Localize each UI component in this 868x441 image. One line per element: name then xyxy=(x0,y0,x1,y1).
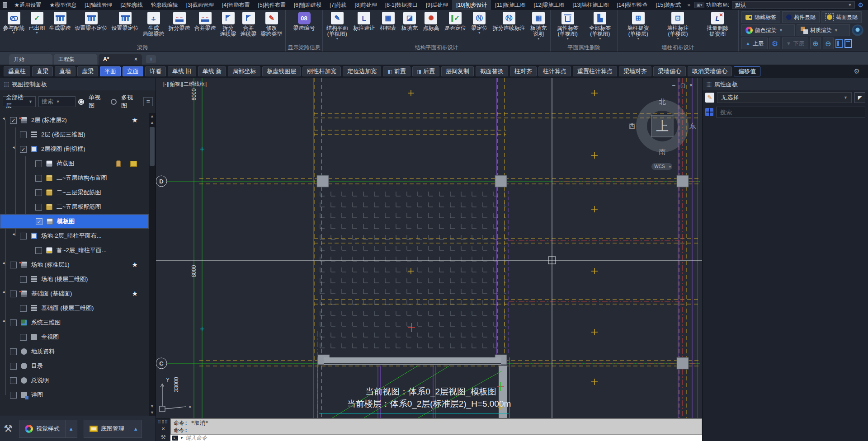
restore-icon[interactable]: ▢ xyxy=(680,82,685,89)
tab-model-a[interactable]: A*× xyxy=(99,54,142,65)
menu-item-prefab[interactable]: [15]装配式 xyxy=(651,0,685,10)
page-pencil-icon[interactable]: ✎ xyxy=(705,93,714,103)
beam-span-number-button[interactable]: 08梁跨编号 xyxy=(292,11,316,44)
expander-icon[interactable]: ▸ xyxy=(2,318,10,327)
compass-west[interactable]: 西 xyxy=(629,122,636,130)
cad-canvas[interactable]: D C 8000 8000 33000 [-][俯视][二维线框] – ▢ × xyxy=(156,78,702,418)
tree-item-structure-layout[interactable]: ▸二~五层结构布置图 xyxy=(0,171,149,185)
selection-filter-select[interactable]: 无选择▼ xyxy=(717,92,852,103)
scroll-down-icon[interactable]: ▼ xyxy=(150,403,154,409)
visual-style-button[interactable]: 视觉样式 ▲ xyxy=(19,420,77,438)
tree-item-floor2-view[interactable]: ▸2层视图 (剖切框) xyxy=(0,142,149,156)
grip-icon[interactable]: ⣿⣿ xyxy=(4,82,9,87)
category-grid-icon[interactable] xyxy=(705,108,713,116)
column-cap-table-button[interactable]: ▦柱帽表 xyxy=(379,11,398,44)
tree-item-geology[interactable]: ▸地质资料 xyxy=(0,344,149,359)
door-icon[interactable] xyxy=(116,160,121,167)
floor-filter-select[interactable]: 全部楼层▼ xyxy=(3,96,36,107)
tree-menu-icon[interactable]: ≡ xyxy=(143,97,153,106)
command-input[interactable] xyxy=(185,435,700,441)
checkbox[interactable] xyxy=(10,262,17,268)
render-mode-icon[interactable] xyxy=(852,24,863,36)
menu-item-outline[interactable]: [2]轮廓线 xyxy=(117,0,147,10)
grip-icon[interactable]: ⣿⣿ xyxy=(706,82,711,87)
menu-item-smart-layout[interactable]: [4]智能布置 xyxy=(218,0,254,10)
tree-item-site[interactable]: ▸场地 (标准层1)★ xyxy=(0,258,149,272)
rigid-bar-widen-button[interactable]: 刚性杆加宽 xyxy=(302,66,341,76)
menu-item-aux-model[interactable]: [6]辅助建模 xyxy=(290,0,326,10)
expander-icon[interactable]: ▸ xyxy=(12,231,20,240)
menu-item-preprocess[interactable]: [8]前处理 xyxy=(351,0,381,10)
scroll-up-icon[interactable]: ▲ xyxy=(150,119,154,126)
menu-item-model-info[interactable]: ★模型信息 xyxy=(45,0,80,10)
straight-beam-button[interactable]: 直梁 xyxy=(32,66,53,76)
tree-item-foundation[interactable]: ▸基础面 (基础面)★ xyxy=(0,286,149,301)
window-switch-icon[interactable]: ▣▾ xyxy=(694,2,704,8)
menu-item-slab-drawing[interactable]: [11]板施工图 xyxy=(491,0,529,10)
tab-start[interactable]: 开始 xyxy=(9,54,52,65)
slab-dashed-layer-button[interactable]: 板虚线图层 xyxy=(262,66,301,76)
wall-col-annotate-button[interactable]: ⊡墙柱标注 (单楼层)▾ xyxy=(665,11,690,44)
annotation-avoid-button[interactable]: L标注避让 xyxy=(352,11,376,44)
menu-item-section-mgr[interactable]: [3]截面管理 xyxy=(182,0,218,10)
local-coords-button[interactable]: 局部坐标 xyxy=(228,66,260,76)
batch-delete-submit-button[interactable]: L✕批量删除 提资图 xyxy=(705,11,730,44)
up-arrow-icon[interactable]: ▲ xyxy=(65,420,77,437)
checkbox[interactable] xyxy=(20,305,27,312)
plan-view-button[interactable]: 平面 xyxy=(100,66,121,76)
layout-select[interactable]: 默认 ▼ xyxy=(732,1,855,9)
checkbox[interactable] xyxy=(20,334,27,341)
minimize-icon[interactable]: – xyxy=(672,82,675,89)
cancel-beam-wall-offset-button[interactable]: 取消梁墙偏心 xyxy=(688,66,732,76)
tab-project-set[interactable]: 工程集 xyxy=(54,54,97,65)
tree-item-formwork[interactable]: ▸模板图 xyxy=(0,214,149,229)
command-history[interactable]: 命令: *取消* 命令: xyxy=(170,418,702,435)
settings-gear-icon[interactable]: ⚙ xyxy=(858,1,863,9)
compass-south[interactable]: 南 xyxy=(659,148,666,155)
up-arrow-icon[interactable]: ▲ xyxy=(130,420,142,437)
scrollbar-thumb[interactable] xyxy=(150,127,155,166)
floor-gear-icon[interactable]: ⚙ xyxy=(769,38,780,49)
zoom-in-icon[interactable]: ⊕ xyxy=(810,38,821,49)
menu-item-wall-col-drawing[interactable]: [13]墙柱施工图 xyxy=(568,0,613,10)
tree-item-site-3d[interactable]: ▸场地 (楼层三维图) xyxy=(0,272,149,286)
tree-search-select[interactable]: 搜索▼ xyxy=(38,96,75,107)
checkbox[interactable] xyxy=(10,117,17,124)
split-continuous-beam-button[interactable]: 拆分 连续梁 xyxy=(219,11,238,44)
base-map-button[interactable]: 底图管理 ▲ xyxy=(84,420,142,438)
send-back-button[interactable]: ◨后置 xyxy=(412,66,439,76)
menu-item-data-interface[interactable]: [8-1]数据接口 xyxy=(381,0,422,10)
locate-edge-widen-button[interactable]: 定位边加宽 xyxy=(343,66,381,76)
elevation-view-button[interactable]: 立面 xyxy=(123,66,143,76)
component-visibility-button[interactable]: 构件显隐 xyxy=(782,11,820,23)
command-close-icon[interactable]: × xyxy=(161,425,165,432)
menu-item-component[interactable]: [5]构件布置 xyxy=(254,0,290,10)
checkbox[interactable] xyxy=(20,131,27,138)
column-calc-point-button[interactable]: 柱计算点 xyxy=(538,66,571,76)
menu-item-axis[interactable]: [1]轴线管理 xyxy=(80,0,116,10)
tree-item-site-floor2-plan[interactable]: ▸场地-2层_暗柱平面布... xyxy=(0,229,149,243)
property-search-input[interactable] xyxy=(716,107,865,117)
section-visibility-button[interactable]: 截面显隐 xyxy=(821,11,862,23)
compass-north[interactable]: 北 xyxy=(659,98,666,105)
favorite-star-icon[interactable]: ★ xyxy=(132,290,138,298)
single-view-radio[interactable] xyxy=(78,99,84,105)
beam-wall-offset-button[interactable]: 梁墙偏心 xyxy=(653,66,686,76)
checkbox[interactable] xyxy=(35,247,42,254)
participate-rebar-button[interactable]: 参与配筋▾ xyxy=(2,11,26,44)
tree-scrollbar[interactable]: ▲ ▲ ▼ ▼ xyxy=(149,113,156,416)
checkbox[interactable] xyxy=(35,204,42,211)
all-label-delete-button[interactable]: ▙全部标签 (单视图)▾ xyxy=(588,11,612,44)
checkbox[interactable] xyxy=(10,291,17,297)
properties-panel-toggle-icon[interactable] xyxy=(844,39,852,48)
color-render-button[interactable]: 颜色渲染▼ xyxy=(741,24,795,36)
lower-floor-button[interactable]: ▼下层 xyxy=(782,38,808,49)
set-beam-located-button[interactable]: 设置梁定位 xyxy=(110,11,140,44)
slab-fill-note-button[interactable]: ▦板填充 说明▾ xyxy=(529,11,548,44)
scroll-top-icon[interactable]: ▲ xyxy=(150,113,154,119)
beam-locate-button[interactable]: Ⓝ梁定位▾ xyxy=(470,11,489,44)
bring-front-button[interactable]: ◧前置 xyxy=(383,66,410,76)
checkbox[interactable] xyxy=(36,218,42,225)
tree-item-full-view[interactable]: ▸全视图 xyxy=(0,330,149,344)
menu-item-postprocess[interactable]: [9]后处理 xyxy=(422,0,452,10)
